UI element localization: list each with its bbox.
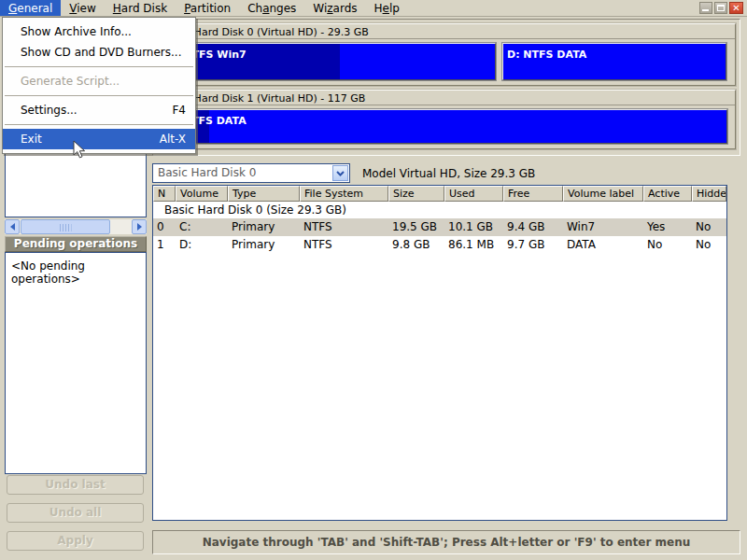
disk1-group: Basic Hard Disk 1 (Virtual HD) - 117 GB … bbox=[157, 90, 736, 149]
partition-bar-e[interactable]: E: NTFS DATA bbox=[163, 109, 727, 144]
cell-volume: C: bbox=[176, 218, 228, 236]
undo-all-button[interactable]: Undo all bbox=[7, 503, 144, 523]
combobox-value: Basic Hard Disk 0 bbox=[158, 166, 256, 179]
scroll-right-button[interactable] bbox=[132, 219, 147, 234]
cell-used: 86.1 MB bbox=[444, 236, 503, 254]
scroll-left-button[interactable] bbox=[5, 219, 20, 234]
arrow-right-icon bbox=[137, 223, 142, 231]
menu-item-exit[interactable]: Exit Alt-X bbox=[3, 129, 195, 149]
arrow-left-icon bbox=[10, 223, 15, 231]
scrollbar-grip-icon bbox=[60, 224, 72, 231]
cell-hidden: No bbox=[692, 236, 726, 254]
pending-operations-list[interactable]: <No pending operations> bbox=[5, 252, 147, 474]
cell-type: Primary bbox=[228, 218, 300, 236]
cell-n: 0 bbox=[153, 218, 176, 236]
menubar-item-wizards[interactable]: Wizards bbox=[304, 0, 365, 16]
disk0-bars: C: NTFS Win7 D: NTFS DATA bbox=[158, 39, 735, 85]
cell-size: 9.8 GB bbox=[388, 236, 444, 254]
undo-last-button[interactable]: Undo last bbox=[7, 475, 144, 495]
menubar: General View Hard Disk Partition Changes… bbox=[0, 0, 747, 17]
table-row-d[interactable]: 1 D: Primary NTFS 9.8 GB 86.1 MB 9.7 GB … bbox=[153, 236, 726, 254]
column-header-active[interactable]: Active bbox=[643, 186, 692, 202]
mouse-cursor-icon bbox=[73, 140, 86, 163]
table-header-row: N Volume Type File System Size Used Free… bbox=[153, 186, 726, 202]
column-header-n[interactable]: N bbox=[153, 186, 176, 202]
cell-file-system: NTFS bbox=[300, 236, 388, 254]
disk-group-row[interactable]: Basic Hard Disk 0 (Size 29.3 GB) bbox=[153, 202, 726, 218]
menubar-item-view[interactable]: View bbox=[61, 0, 104, 16]
horizontal-scrollbar[interactable] bbox=[5, 219, 147, 234]
menu-label: Partition bbox=[184, 2, 231, 15]
disk0-group: Basic Hard Disk 0 (Virtual HD) - 29.3 GB… bbox=[157, 23, 736, 86]
apply-button[interactable]: Apply bbox=[7, 531, 144, 551]
maximize-button[interactable] bbox=[714, 2, 727, 14]
chevron-down-icon bbox=[336, 171, 345, 176]
disk-graphics-panel: Basic Hard Disk 0 (Virtual HD) - 29.3 GB… bbox=[152, 19, 740, 156]
cell-free: 9.7 GB bbox=[503, 236, 563, 254]
cell-type: Primary bbox=[228, 236, 300, 254]
disk-select-combobox[interactable]: Basic Hard Disk 0 bbox=[152, 163, 350, 183]
minimize-icon bbox=[702, 9, 709, 11]
volumes-table: N Volume Type File System Size Used Free… bbox=[152, 185, 727, 521]
table-row-c[interactable]: 0 C: Primary NTFS 19.5 GB 10.1 GB 9.4 GB… bbox=[153, 218, 726, 236]
column-header-file-system[interactable]: File System bbox=[300, 186, 388, 202]
maximize-icon bbox=[717, 5, 725, 11]
menu-label: Wizards bbox=[313, 2, 357, 15]
close-button[interactable]: ✕ bbox=[729, 2, 743, 14]
scrollbar-thumb[interactable] bbox=[21, 219, 110, 234]
disk0-title: Basic Hard Disk 0 (Virtual HD) - 29.3 GB bbox=[158, 24, 735, 39]
cell-active: No bbox=[643, 236, 692, 254]
general-menu-popup: Show Archive Info... Show CD and DVD Bur… bbox=[2, 17, 196, 154]
cell-active: Yes bbox=[643, 218, 692, 236]
cell-free: 9.4 GB bbox=[503, 218, 563, 236]
menu-item-shortcut: F4 bbox=[172, 104, 186, 117]
cell-n: 1 bbox=[153, 236, 176, 254]
disk1-title: Basic Hard Disk 1 (Virtual HD) - 117 GB bbox=[158, 91, 735, 105]
column-header-free[interactable]: Free bbox=[503, 186, 563, 202]
menubar-item-hard-disk[interactable]: Hard Disk bbox=[105, 0, 176, 16]
application-window: { "colors": { "window_bg": "#D8D4C4", "m… bbox=[0, 0, 747, 560]
disk1-bars: E: NTFS DATA bbox=[158, 105, 735, 148]
partition-bar-d[interactable]: D: NTFS DATA bbox=[502, 43, 726, 80]
partition-label: D: NTFS DATA bbox=[503, 47, 586, 61]
menu-item-show-cd-dvd-burners[interactable]: Show CD and DVD Burners... bbox=[3, 42, 195, 63]
combobox-dropdown-button[interactable] bbox=[332, 165, 348, 181]
menu-separator bbox=[5, 124, 193, 125]
menubar-item-help[interactable]: Help bbox=[366, 0, 408, 16]
pending-operations-header: Pending operations bbox=[5, 236, 147, 252]
menu-item-show-archive-info[interactable]: Show Archive Info... bbox=[3, 21, 195, 42]
cell-volume: D: bbox=[176, 236, 228, 254]
menu-label: Help bbox=[374, 2, 400, 15]
menu-item-label: Show CD and DVD Burners... bbox=[21, 46, 182, 59]
disk-model-info: Model Virtual HD, Size 29.3 GB bbox=[362, 167, 535, 180]
menu-item-label: Exit bbox=[21, 133, 42, 146]
menu-separator bbox=[5, 66, 193, 67]
menubar-item-changes[interactable]: Changes bbox=[239, 0, 304, 16]
window-controls: ✕ bbox=[699, 2, 743, 14]
cell-hidden: No bbox=[692, 218, 726, 236]
menu-item-settings[interactable]: Settings... F4 bbox=[3, 100, 195, 120]
column-header-volume[interactable]: Volume bbox=[176, 186, 228, 202]
cell-size: 19.5 GB bbox=[388, 218, 444, 236]
cell-used: 10.1 GB bbox=[444, 218, 503, 236]
cell-file-system: NTFS bbox=[300, 218, 388, 236]
menubar-item-general[interactable]: General bbox=[0, 0, 61, 16]
column-header-volume-label[interactable]: Volume label bbox=[563, 186, 643, 202]
partition-bar-c[interactable]: C: NTFS Win7 bbox=[163, 43, 496, 80]
menu-item-generate-script[interactable]: Generate Script... bbox=[3, 71, 195, 91]
menu-label: Hard Disk bbox=[113, 2, 167, 15]
column-header-type[interactable]: Type bbox=[228, 186, 300, 202]
menu-label: View bbox=[69, 2, 95, 15]
minimize-button[interactable] bbox=[699, 2, 712, 14]
cell-volume-label: DATA bbox=[563, 236, 643, 254]
close-icon: ✕ bbox=[732, 3, 740, 13]
menubar-item-partition[interactable]: Partition bbox=[176, 0, 239, 16]
column-header-used[interactable]: Used bbox=[444, 186, 503, 202]
menu-separator bbox=[5, 95, 193, 96]
menu-item-label: Generate Script... bbox=[21, 75, 120, 88]
no-pending-operations-text: <No pending operations> bbox=[11, 259, 85, 286]
column-header-size[interactable]: Size bbox=[388, 186, 444, 202]
menu-item-label: Show Archive Info... bbox=[21, 25, 132, 38]
menu-label: General bbox=[8, 2, 52, 15]
column-header-hidden[interactable]: Hidden bbox=[692, 186, 726, 202]
